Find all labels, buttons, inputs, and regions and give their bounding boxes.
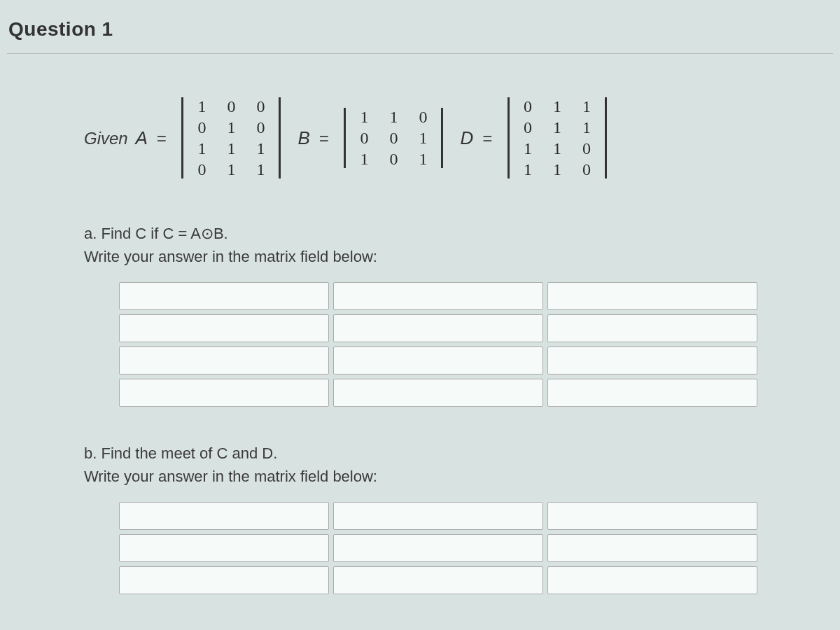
matrix-A-cell: 1: [187, 138, 216, 159]
answer-b-cell[interactable]: [119, 534, 329, 562]
matrix-D-cell: 0: [513, 96, 542, 117]
matrix-D-cell: 1: [542, 117, 572, 138]
matrix-B-label: B =: [295, 127, 330, 149]
matrix-D-cell: 0: [513, 117, 542, 138]
matrix-A-cell: 0: [216, 96, 246, 117]
matrix-D-cell: 0: [572, 138, 601, 159]
part-b-answer-grid: [119, 502, 791, 594]
matrix-B-cell: 0: [379, 127, 408, 148]
matrix-A-cell: 1: [246, 138, 275, 159]
answer-a-cell[interactable]: [547, 314, 757, 342]
answer-a-cell[interactable]: [333, 379, 543, 407]
part-b-label: b. Find the meet of C and D.: [84, 444, 277, 462]
matrix-A: 100 010 111 011: [180, 96, 282, 180]
matrix-D-cell: 1: [572, 96, 601, 117]
given-text: Given: [84, 129, 128, 148]
matrix-D: 011 011 110 110: [506, 96, 608, 180]
answer-b-cell[interactable]: [547, 566, 757, 594]
matrix-A-cell: 1: [216, 159, 246, 180]
answer-b-cell[interactable]: [547, 502, 757, 530]
answer-b-cell[interactable]: [547, 534, 757, 562]
question-title: Question 1: [7, 14, 833, 54]
matrix-B-name: B: [298, 127, 309, 148]
matrix-D-cell: 1: [513, 159, 542, 180]
matrix-A-name: A: [135, 127, 147, 148]
matrix-A-cell: 1: [216, 138, 246, 159]
answer-b-cell[interactable]: [119, 502, 329, 530]
answer-a-cell[interactable]: [119, 346, 329, 374]
matrix-B-cell: 1: [349, 148, 379, 169]
matrix-A-cell: 0: [187, 159, 216, 180]
matrix-B-cell: 0: [379, 148, 408, 169]
answer-a-cell[interactable]: [547, 282, 757, 310]
matrix-B-cell: 0: [349, 127, 379, 148]
matrix-B-cell: 1: [408, 127, 438, 148]
part-a-instruction: Write your answer in the matrix field be…: [84, 248, 377, 265]
answer-a-cell[interactable]: [547, 379, 757, 407]
matrix-D-cell: 0: [572, 159, 601, 180]
matrix-B-cell: 1: [379, 106, 408, 127]
matrix-A-cell: 0: [187, 117, 216, 138]
matrix-D-cell: 1: [542, 138, 572, 159]
answer-a-cell[interactable]: [333, 346, 543, 374]
answer-b-cell[interactable]: [119, 566, 329, 594]
part-b: b. Find the meet of C and D. Write your …: [84, 442, 791, 488]
answer-b-cell[interactable]: [333, 534, 543, 562]
matrix-A-cell: 0: [246, 96, 275, 117]
part-a-label: a. Find C if C = A⊙B.: [84, 225, 228, 242]
matrix-B-cell: 1: [408, 148, 438, 169]
answer-b-cell[interactable]: [333, 502, 543, 530]
matrix-D-cell: 1: [542, 96, 572, 117]
matrix-A-cell: 0: [246, 117, 275, 138]
matrix-A-cell: 1: [246, 159, 275, 180]
matrix-B-cell: 0: [408, 106, 438, 127]
matrix-D-cell: 1: [513, 138, 542, 159]
question-page: Question 1 Given A = 100 010 111 011 B =: [0, 0, 840, 630]
part-a-answer-grid: [119, 282, 791, 407]
part-b-instruction: Write your answer in the matrix field be…: [84, 468, 377, 485]
given-label: Given A =: [84, 127, 167, 149]
matrix-D-name: D: [460, 127, 473, 148]
matrix-D-cell: 1: [572, 117, 601, 138]
given-matrices-row: Given A = 100 010 111 011 B = 110 00: [84, 96, 791, 180]
equals-sign-D: =: [482, 129, 492, 148]
answer-a-cell[interactable]: [119, 282, 329, 310]
matrix-D-cell: 1: [542, 159, 572, 180]
equals-sign-A: =: [156, 129, 166, 148]
matrix-A-cell: 1: [187, 96, 216, 117]
matrix-D-label: D =: [457, 127, 493, 149]
answer-a-cell[interactable]: [119, 314, 329, 342]
equals-sign-B: =: [318, 129, 328, 148]
matrix-B: 110 001 101: [342, 106, 444, 169]
matrix-B-cell: 1: [349, 106, 379, 127]
answer-a-cell[interactable]: [119, 379, 329, 407]
question-content: Given A = 100 010 111 011 B = 110 00: [7, 96, 833, 630]
answer-b-cell[interactable]: [333, 566, 543, 594]
answer-a-cell[interactable]: [333, 282, 543, 310]
answer-a-cell[interactable]: [547, 346, 757, 374]
matrix-A-cell: 1: [216, 117, 246, 138]
answer-a-cell[interactable]: [333, 314, 543, 342]
part-a: a. Find C if C = A⊙B. Write your answer …: [84, 222, 791, 268]
